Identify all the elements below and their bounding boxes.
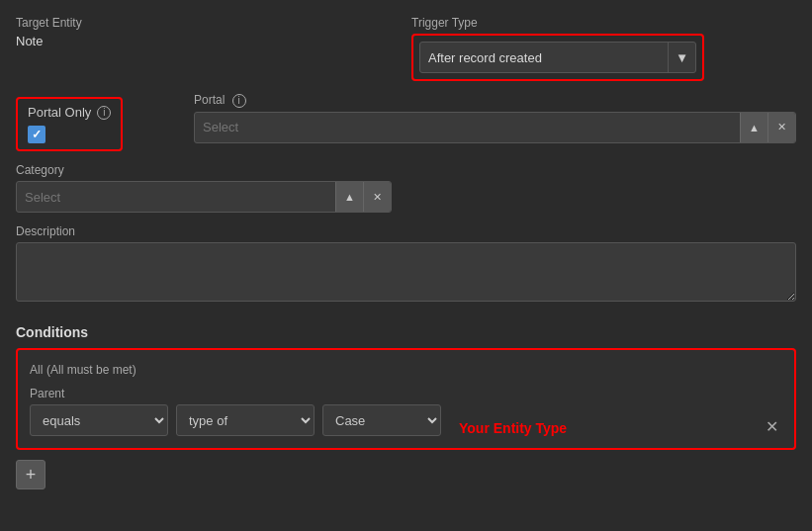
portal-only-text: Portal Only	[28, 105, 91, 120]
form-container: Target Entity Note Trigger Type ▼ Portal…	[16, 16, 796, 489]
condition-remove-icon[interactable]: ✕	[762, 417, 782, 436]
trigger-type-input[interactable]	[420, 43, 668, 72]
target-entity-value: Note	[16, 34, 392, 48]
category-chevron-up-icon[interactable]: ▲	[335, 182, 363, 212]
condition-field-label: Parent	[30, 387, 168, 400]
add-condition-button[interactable]: +	[16, 460, 45, 489]
all-text: All	[30, 363, 43, 377]
portal-only-section: Portal Only i ✓	[16, 93, 174, 151]
condition-entity-select[interactable]: Case Contact Account	[322, 404, 441, 436]
description-input[interactable]	[16, 242, 796, 302]
description-section: Description	[16, 224, 796, 305]
description-label: Description	[16, 224, 796, 238]
portal-only-box: Portal Only i ✓	[16, 97, 123, 151]
trigger-type-select-wrapper: ▼	[419, 42, 696, 73]
category-clear-icon[interactable]: ✕	[363, 182, 391, 212]
condition-item: Parent equals not equals contains type o…	[30, 387, 782, 436]
trigger-type-box: ▼	[411, 34, 704, 81]
top-row: Target Entity Note Trigger Type ▼	[16, 16, 796, 81]
condition-operator-select[interactable]: equals not equals contains	[30, 404, 168, 436]
target-entity-section: Target Entity Note	[16, 16, 392, 48]
conditions-section: Conditions All (All must be met) Parent …	[16, 324, 796, 489]
conditions-box: All (All must be met) Parent equals not …	[16, 348, 796, 450]
category-input[interactable]	[17, 182, 335, 212]
category-select-wrapper: ▲ ✕	[16, 181, 392, 213]
trigger-type-section: Trigger Type ▼	[411, 16, 796, 81]
trigger-type-label: Trigger Type	[411, 16, 796, 30]
target-entity-label: Target Entity	[16, 16, 392, 30]
category-section: Category ▲ ✕	[16, 163, 796, 213]
trigger-type-chevron-icon[interactable]: ▼	[668, 43, 695, 72]
portal-row: Portal Only i ✓ Portal i ▲ ✕	[16, 93, 796, 151]
condition-field-col: Parent equals not equals contains	[30, 387, 168, 436]
portal-label-row: Portal i	[194, 93, 796, 108]
condition-typeof-select[interactable]: type of is is not	[176, 404, 315, 436]
portal-clear-icon[interactable]: ✕	[767, 113, 795, 142]
checkbox-check-icon: ✓	[32, 128, 42, 141]
conditions-title: Conditions	[16, 324, 796, 340]
portal-only-label-row: Portal Only i	[28, 105, 111, 120]
category-label: Category	[16, 163, 796, 177]
portal-select-wrapper: ▲ ✕	[194, 112, 796, 143]
condition-entity-col: Case Contact Account	[322, 404, 441, 436]
all-sublabel: (All must be met)	[46, 363, 136, 377]
entity-type-heading: Your Entity Type	[459, 420, 567, 436]
all-label: All (All must be met)	[30, 362, 782, 377]
portal-only-info-icon[interactable]: i	[97, 106, 111, 120]
portal-label-text: Portal	[194, 93, 225, 107]
portal-only-checkbox[interactable]: ✓	[28, 126, 45, 143]
condition-typeof-col: type of is is not	[176, 404, 315, 436]
portal-section: Portal i ▲ ✕	[194, 93, 796, 143]
portal-info-icon[interactable]: i	[232, 94, 246, 108]
portal-chevron-up-icon[interactable]: ▲	[740, 113, 767, 142]
portal-input[interactable]	[195, 113, 740, 142]
